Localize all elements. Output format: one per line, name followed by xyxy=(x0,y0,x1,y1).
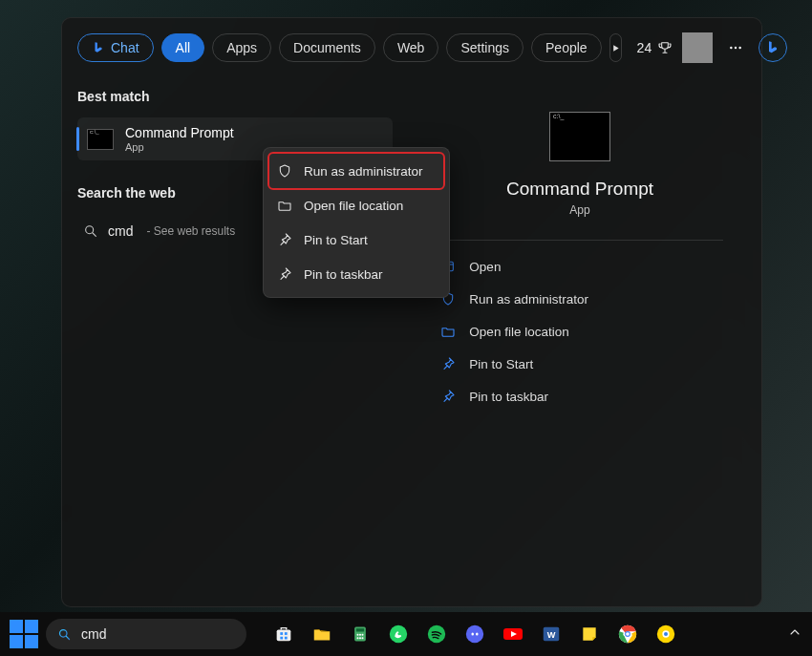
rewards-points[interactable]: 24 xyxy=(637,40,673,55)
preview-title: Command Prompt xyxy=(506,179,653,200)
svg-point-21 xyxy=(466,625,483,643)
taskbar-notes[interactable] xyxy=(577,622,602,646)
folder-icon xyxy=(440,324,456,339)
tab-settings[interactable]: Settings xyxy=(446,33,524,62)
svg-rect-9 xyxy=(280,637,283,640)
action-label: Open file location xyxy=(469,325,568,339)
tab-label: Documents xyxy=(293,40,361,55)
ctx-label: Pin to Start xyxy=(304,233,368,247)
ctx-pin-taskbar[interactable]: Pin to taskbar xyxy=(269,257,443,291)
cmd-icon xyxy=(87,129,114,150)
taskbar-spotify[interactable] xyxy=(424,622,449,646)
taskbar-word[interactable]: W xyxy=(539,622,564,646)
word-icon: W xyxy=(541,624,562,645)
action-open-location[interactable]: Open file location xyxy=(437,315,722,348)
svg-text:W: W xyxy=(547,630,556,640)
play-icon xyxy=(610,43,621,53)
tab-label: Chat xyxy=(111,40,139,55)
bing-icon xyxy=(92,41,105,54)
spotify-icon xyxy=(426,624,447,645)
tab-label: All xyxy=(176,40,191,55)
taskbar-whatsapp[interactable] xyxy=(386,622,411,646)
svg-point-20 xyxy=(428,625,445,643)
search-icon xyxy=(57,627,72,642)
tab-web[interactable]: Web xyxy=(383,33,439,62)
svg-point-1 xyxy=(735,47,737,49)
preview-app-icon xyxy=(549,112,610,161)
taskbar-search-value: cmd xyxy=(81,626,106,642)
svg-point-0 xyxy=(730,47,732,49)
tab-all[interactable]: All xyxy=(161,33,205,62)
sticky-note-icon xyxy=(580,624,599,644)
web-hint: - See web results xyxy=(146,224,235,238)
divider xyxy=(437,240,722,241)
chevron-up-icon xyxy=(787,624,802,640)
action-run-admin[interactable]: Run as administrator xyxy=(437,283,722,315)
svg-point-3 xyxy=(86,226,94,234)
filter-tabs: Chat All Apps Documents Web Settings Peo… xyxy=(77,32,746,64)
ctx-label: Run as administrator xyxy=(304,164,423,179)
tab-more[interactable] xyxy=(609,33,622,62)
svg-point-14 xyxy=(359,634,361,636)
result-title: Command Prompt xyxy=(125,125,234,140)
action-pin-start[interactable]: Pin to Start xyxy=(437,348,722,380)
youtube-icon xyxy=(502,623,524,645)
folder-icon xyxy=(311,624,332,645)
action-label: Pin to Start xyxy=(469,357,533,371)
taskbar-youtube[interactable] xyxy=(501,622,525,646)
context-menu: Run as administrator Open file location … xyxy=(263,147,450,298)
user-avatar[interactable] xyxy=(682,32,713,63)
preview-subtitle: App xyxy=(569,203,589,217)
taskbar-pinned-apps: W xyxy=(271,622,678,646)
svg-point-2 xyxy=(739,47,741,49)
ctx-pin-start[interactable]: Pin to Start xyxy=(269,222,443,257)
whatsapp-icon xyxy=(388,624,409,645)
ctx-run-admin[interactable]: Run as administrator xyxy=(269,154,443,188)
svg-point-16 xyxy=(357,637,359,639)
action-label: Open xyxy=(469,260,501,274)
bing-icon xyxy=(765,40,780,55)
taskbar-discord[interactable] xyxy=(462,622,487,646)
svg-rect-12 xyxy=(356,628,364,631)
points-value: 24 xyxy=(637,40,652,55)
taskbar-chrome-canary[interactable] xyxy=(653,622,678,646)
svg-point-13 xyxy=(357,634,359,636)
tab-documents[interactable]: Documents xyxy=(279,33,375,62)
svg-point-23 xyxy=(476,632,479,635)
taskbar-chrome[interactable] xyxy=(615,622,640,646)
svg-point-18 xyxy=(362,637,364,639)
pin-icon xyxy=(277,232,292,247)
calculator-icon xyxy=(351,624,370,644)
tab-apps[interactable]: Apps xyxy=(212,33,271,62)
tray-expand[interactable] xyxy=(787,624,802,644)
bing-button[interactable] xyxy=(759,33,787,62)
pin-icon xyxy=(277,266,292,282)
action-label: Pin to taskbar xyxy=(469,390,548,404)
taskbar-calculator[interactable] xyxy=(348,622,373,646)
tab-chat[interactable]: Chat xyxy=(77,33,154,62)
pin-icon xyxy=(440,356,456,371)
action-open[interactable]: Open xyxy=(437,250,722,283)
action-pin-taskbar[interactable]: Pin to taskbar xyxy=(437,380,722,413)
tab-people[interactable]: People xyxy=(531,33,602,62)
svg-point-15 xyxy=(362,634,364,636)
svg-point-22 xyxy=(471,632,474,635)
start-button[interactable] xyxy=(10,620,38,648)
more-button[interactable] xyxy=(722,34,749,61)
folder-icon xyxy=(277,198,292,213)
pin-icon xyxy=(440,389,456,404)
svg-rect-10 xyxy=(285,637,288,640)
svg-rect-6 xyxy=(277,629,291,641)
chrome-canary-icon xyxy=(655,624,676,645)
ctx-open-location[interactable]: Open file location xyxy=(269,188,443,222)
search-icon xyxy=(83,223,98,239)
preview-actions: Open Run as administrator Open file loca… xyxy=(437,250,722,413)
taskbar-explorer[interactable] xyxy=(310,622,334,646)
svg-rect-7 xyxy=(280,632,283,635)
action-label: Run as administrator xyxy=(469,292,588,307)
ctx-label: Open file location xyxy=(304,199,403,213)
taskbar-search[interactable]: cmd xyxy=(46,619,246,649)
taskbar-store[interactable] xyxy=(271,622,296,646)
svg-point-32 xyxy=(664,632,668,636)
tab-label: Settings xyxy=(460,40,509,55)
